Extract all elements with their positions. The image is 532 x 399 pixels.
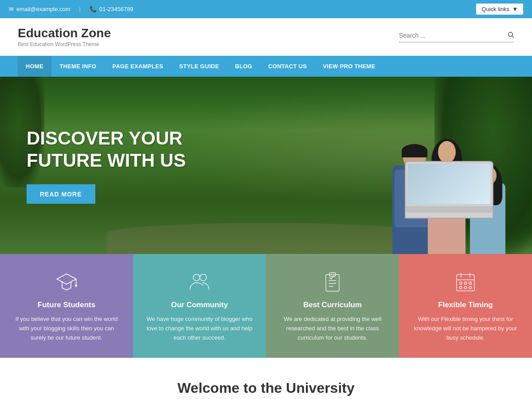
svg-rect-21 [469,286,471,289]
welcome-section: Welcome to the University [0,358,532,399]
logo-subtitle: Best Education WordPress Theme [18,41,111,47]
svg-point-5 [193,274,200,281]
svg-marker-2 [57,274,76,284]
feature-text-1: We have huge community of blogger who lo… [144,315,255,342]
nav-item-page-examples[interactable]: PAGE EXAMPLES [104,56,171,77]
hero-section: DISCOVER YOUR FUTURE WITH US READ MORE [0,77,532,254]
nav-item-style-guide[interactable]: STYLE GUIDE [171,56,227,77]
hero-content: DISCOVER YOUR FUTURE WITH US READ MORE [27,127,222,204]
quick-links-button[interactable]: Quick links ▼ [476,4,523,15]
svg-rect-16 [460,282,462,284]
svg-rect-20 [465,286,467,289]
top-bar-contacts: ✉ email@example.com | 📞 01-23456789 [9,6,133,12]
nav-item-home[interactable]: HOME [18,56,51,77]
search-input[interactable] [399,32,507,39]
nav-item-theme-info[interactable]: THEME INFO [51,56,104,77]
feature-timing: Flexible Timing With our Flexible timing… [399,254,532,358]
features-section: Future Students If you believe that you … [0,254,532,358]
feature-text-3: With our Flexible timing your thirst for… [410,315,521,342]
clipboard-icon [321,270,345,294]
feature-curriculum: Best Curriculum We are dedicated at prov… [266,254,399,358]
nav-link-pro-theme[interactable]: VIEW PRO THEME [315,56,383,77]
svg-rect-19 [460,286,462,289]
separator: | [79,6,81,12]
phone-icon: 📞 [90,6,97,12]
nav-list: HOME THEME INFO PAGE EXAMPLES STYLE GUID… [18,56,514,77]
nav-link-style-guide[interactable]: STYLE GUIDE [171,56,227,77]
phone-text: 01-23456789 [99,6,133,12]
feature-text-0: If you believe that you can win the worl… [11,315,122,342]
logo-title: Education Zone [18,26,111,40]
top-bar: ✉ email@example.com | 📞 01-23456789 Quic… [0,0,532,18]
main-nav: HOME THEME INFO PAGE EXAMPLES STYLE GUID… [0,56,532,77]
email-contact: ✉ email@example.com [9,6,70,12]
feature-community: Our Community We have huge community of … [133,254,266,358]
hero-read-more-button[interactable]: READ MORE [27,184,95,203]
svg-rect-18 [469,282,471,284]
nav-link-blog[interactable]: BLOG [227,56,260,77]
email-text: email@example.com [16,6,70,12]
graduation-icon [55,270,79,294]
nav-link-theme-info[interactable]: THEME INFO [51,56,104,77]
search-area [399,31,514,43]
logo: Education Zone Best Education WordPress … [18,26,111,47]
feature-future-students: Future Students If you believe that you … [0,254,133,358]
quick-links-label: Quick links [481,6,509,12]
svg-rect-17 [465,282,467,284]
quick-links-chevron: ▼ [512,6,518,12]
svg-point-4 [75,284,77,286]
calendar-icon [454,270,478,294]
site-header: Education Zone Best Education WordPress … [0,18,532,56]
nav-link-page-examples[interactable]: PAGE EXAMPLES [104,56,171,77]
phone-contact: 📞 01-23456789 [90,6,133,12]
nav-item-pro-theme[interactable]: VIEW PRO THEME [315,56,383,77]
search-button[interactable] [507,31,514,40]
nav-item-contact[interactable]: CONTACT US [260,56,315,77]
welcome-title: Welcome to the University [18,380,514,396]
nav-link-contact[interactable]: CONTACT US [260,56,315,77]
feature-title-1: Our Community [171,301,228,309]
svg-point-0 [509,32,512,36]
nav-link-home[interactable]: HOME [18,56,51,77]
feature-text-2: We are dedicated at providing the well r… [277,315,388,342]
feature-title-2: Best Curriculum [303,301,362,309]
email-icon: ✉ [9,6,14,12]
svg-point-6 [200,274,207,281]
feature-title-3: Flexible Timing [438,301,493,309]
hero-title: DISCOVER YOUR FUTURE WITH US [27,127,222,172]
svg-line-1 [512,36,514,38]
laptop [405,161,493,219]
feature-title-0: Future Students [38,301,95,309]
community-icon [188,270,212,294]
nav-item-blog[interactable]: BLOG [227,56,260,77]
